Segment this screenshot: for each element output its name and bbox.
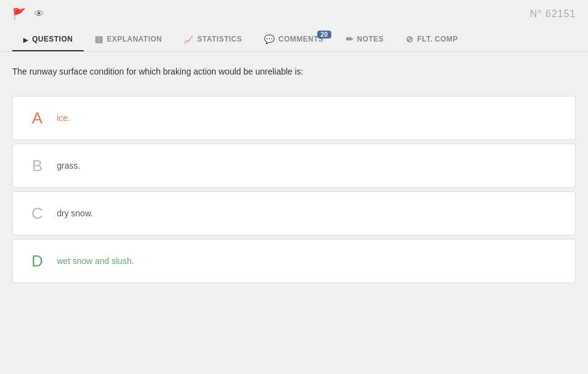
- tab-explanation[interactable]: EXPLANATION: [84, 28, 173, 51]
- answer-letter-b: B: [25, 156, 50, 175]
- answer-card-c[interactable]: C dry snow.: [12, 191, 576, 235]
- tab-question-label: QUESTION: [32, 35, 73, 43]
- tab-statistics-label: STATISTICS: [197, 35, 242, 43]
- answer-letter-d: D: [25, 252, 50, 271]
- answer-text-c: dry snow.: [57, 208, 93, 218]
- tab-flt-comp-label: FLT. COMP: [417, 35, 458, 43]
- flag-icon[interactable]: 🚩: [12, 7, 26, 21]
- answer-letter-c: C: [25, 204, 50, 223]
- tab-flt-comp[interactable]: FLT. COMP: [395, 28, 469, 51]
- top-bar: 🚩 👁 N° 62151: [0, 0, 588, 28]
- pencil-icon: [346, 34, 354, 44]
- question-content: The runway surface condition for which b…: [0, 52, 588, 96]
- answer-letter-a: A: [25, 109, 50, 128]
- tab-notes-label: NOTES: [357, 35, 384, 43]
- stats-icon: [184, 34, 194, 44]
- tab-comments[interactable]: 20 COMMENTS: [253, 28, 335, 51]
- circle-slash-icon: [406, 34, 414, 44]
- comment-icon: [264, 34, 275, 44]
- doc-icon: [95, 34, 103, 44]
- answer-card-b[interactable]: B grass.: [12, 144, 576, 188]
- answer-text-b: grass.: [57, 161, 80, 170]
- play-icon: [23, 34, 29, 44]
- answer-card-d[interactable]: D wet snow and slush.: [12, 239, 576, 283]
- question-text: The runway surface condition for which b…: [12, 67, 576, 76]
- comments-badge: 20: [317, 31, 331, 38]
- tab-explanation-label: EXPLANATION: [107, 35, 163, 43]
- tab-notes[interactable]: NOTES: [335, 28, 395, 51]
- answer-text-d: wet snow and slush.: [57, 256, 134, 266]
- top-left-icons: 🚩 👁: [12, 7, 44, 21]
- tab-statistics[interactable]: STATISTICS: [173, 28, 253, 51]
- answer-text-a: ice.: [57, 113, 70, 123]
- question-number: N° 62151: [530, 9, 576, 20]
- tab-question[interactable]: QUESTION: [12, 28, 84, 51]
- answers-container: A ice. B grass. C dry snow. D wet snow a…: [0, 96, 588, 295]
- eye-icon[interactable]: 👁: [34, 9, 44, 20]
- nav-tabs: QUESTION EXPLANATION STATISTICS 20 COMME…: [0, 28, 588, 52]
- answer-card-a[interactable]: A ice.: [12, 96, 576, 140]
